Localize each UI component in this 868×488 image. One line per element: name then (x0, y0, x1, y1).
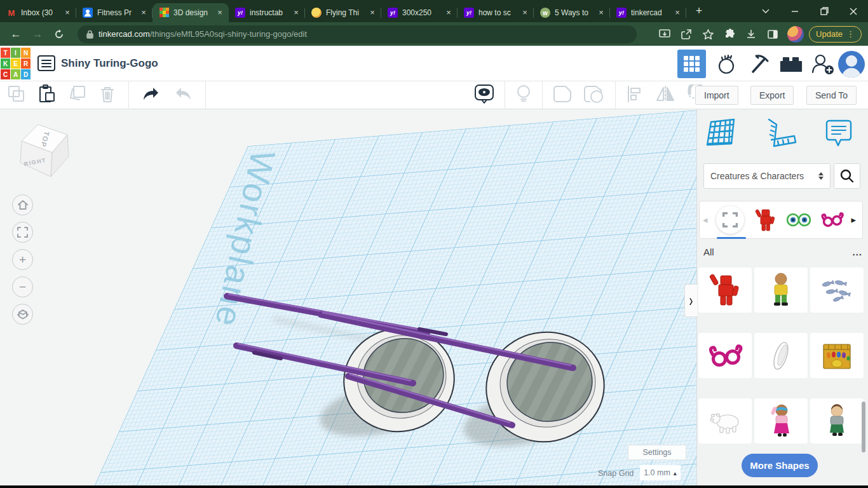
more-shapes-button[interactable]: More Shapes (742, 454, 818, 477)
fit-view-button[interactable] (12, 222, 33, 243)
shape-card-kid[interactable] (754, 268, 808, 313)
close-window-button[interactable] (839, 0, 868, 22)
search-shapes-button[interactable] (834, 163, 860, 189)
send-to-button[interactable]: Send To (806, 86, 857, 105)
yahoo-icon: y! (464, 8, 474, 18)
shape-card-polar-bear[interactable] (698, 398, 752, 444)
share-icon[interactable] (677, 25, 696, 44)
home-view-button[interactable] (12, 194, 33, 215)
tab-instructables[interactable]: y! instructab × (229, 3, 305, 22)
new-tab-button[interactable]: + (690, 3, 708, 20)
yahoo-icon: y! (616, 8, 627, 18)
side-panel-icon[interactable] (763, 25, 782, 44)
more-options-icon[interactable]: ... (852, 247, 862, 257)
ruler-tool-icon[interactable] (764, 118, 797, 152)
mirror-flip-icon[interactable] (655, 85, 675, 105)
carousel-left-chevron-icon[interactable]: ◂ (700, 214, 711, 226)
duplicate-icon[interactable] (69, 85, 86, 105)
perspective-toggle-button[interactable] (12, 304, 33, 325)
bookmark-star-icon[interactable] (698, 25, 717, 44)
tab-close-icon[interactable]: × (444, 8, 454, 18)
settings-button[interactable]: Settings (628, 445, 686, 460)
tab-close-icon[interactable]: × (367, 8, 377, 18)
tab-close-icon[interactable]: × (139, 8, 149, 18)
reload-icon[interactable] (50, 25, 69, 44)
download-icon[interactable] (742, 25, 761, 44)
select-all-brackets-icon (722, 212, 738, 227)
import-button[interactable]: Import (695, 86, 738, 105)
extensions-puzzle-icon[interactable] (720, 25, 739, 44)
carousel-active-underline (717, 237, 746, 239)
tab-close-icon[interactable]: × (215, 8, 225, 18)
snap-grid-dropdown[interactable]: 1.0 mm ▴ (640, 465, 681, 480)
tinkercad-profile-avatar[interactable] (838, 51, 865, 78)
carousel-item-eyes[interactable] (787, 207, 811, 233)
back-icon[interactable]: ← (6, 25, 25, 44)
minecraft-pickaxe-icon[interactable] (745, 50, 773, 78)
ungroup-icon[interactable] (583, 85, 605, 106)
restore-button[interactable] (810, 0, 839, 22)
shape-card-treasure-chest[interactable] (810, 333, 864, 378)
url-bar[interactable]: tinkercad.com/things/eMfL95A0sqi-shiny-t… (78, 25, 637, 43)
minimize-button[interactable] (780, 0, 810, 22)
export-button[interactable]: Export (750, 86, 794, 105)
panel-collapse-handle[interactable]: › (684, 284, 697, 317)
shape-card-boy[interactable] (810, 398, 864, 444)
tinkercad-icon (159, 8, 169, 18)
tab-flying[interactable]: Flying Thi × (305, 3, 381, 22)
design-menu-icon[interactable] (37, 55, 55, 71)
carousel-item-red-robot[interactable] (754, 207, 778, 233)
shape-card-girl[interactable] (754, 398, 808, 444)
tab-5-ways[interactable]: w 5 Ways to × (534, 3, 610, 22)
shape-carousel: ◂ ▸ (699, 201, 863, 239)
tab-close-icon[interactable]: × (672, 8, 682, 18)
shape-card-red-robot[interactable] (698, 268, 752, 313)
redo-icon[interactable] (173, 86, 193, 104)
forward-icon[interactable]: → (28, 25, 47, 44)
add-collaborator-icon[interactable] (808, 50, 837, 78)
panel-scrollbar[interactable] (862, 402, 865, 452)
show-all-icon[interactable] (474, 84, 494, 107)
tinkercad-logo[interactable]: T I N K E R C A D (0, 47, 31, 80)
view-cube[interactable]: TOP RIGHT (14, 122, 72, 182)
install-app-icon[interactable] (655, 25, 674, 44)
shapes-view-button[interactable] (677, 50, 706, 78)
copy-icon[interactable] (8, 85, 25, 105)
tab-inbox[interactable]: M Inbox (30 × (0, 3, 76, 22)
group-icon[interactable] (553, 85, 573, 106)
zoom-out-button[interactable]: − (12, 276, 33, 297)
shape-card-magenta-glasses[interactable] (698, 333, 752, 378)
browser-profile-avatar[interactable] (787, 26, 804, 43)
carousel-select-all-item[interactable] (716, 206, 744, 234)
zoom-in-button[interactable]: + (12, 249, 33, 270)
shape-card-white-ring[interactable] (754, 333, 808, 378)
workplane-tool-icon[interactable] (705, 118, 736, 151)
transparency-bulb-icon[interactable] (515, 84, 532, 107)
tabs-chevron-down-icon[interactable] (751, 0, 780, 22)
tab-close-icon[interactable]: × (291, 8, 301, 18)
kebab-menu-icon[interactable]: ⋮ (846, 29, 855, 39)
tab-3d-design-active[interactable]: 3D design × (153, 3, 229, 22)
category-dropdown[interactable]: Creatures & Characters (703, 163, 831, 189)
tab-how-to[interactable]: y! how to sc × (458, 3, 534, 22)
lego-brick-icon[interactable] (776, 50, 805, 78)
paste-icon[interactable] (38, 85, 56, 106)
carousel-right-chevron-icon[interactable]: ▸ (848, 214, 860, 226)
delete-icon[interactable] (99, 85, 116, 105)
update-button[interactable]: Update⋮ (809, 26, 862, 43)
design-title[interactable]: Shiny Turing-Gogo (61, 57, 158, 70)
yahoo-icon: y! (388, 8, 398, 18)
tab-close-icon[interactable]: × (520, 8, 530, 18)
undo-icon[interactable] (142, 86, 161, 104)
tab-tinkercad-search[interactable]: y! tinkercad × (610, 3, 686, 22)
viewport-3d[interactable]: Workplane (0, 109, 697, 488)
notes-tool-icon[interactable] (824, 118, 853, 151)
tab-close-icon[interactable]: × (62, 8, 72, 18)
carousel-item-glasses[interactable] (820, 207, 844, 233)
tab-300x250[interactable]: y! 300x250 × (381, 3, 458, 22)
align-icon[interactable] (626, 85, 645, 105)
sim-lab-icon[interactable] (712, 50, 741, 78)
tab-close-icon[interactable]: × (596, 8, 606, 18)
tab-fitness[interactable]: Fitness Pr × (76, 3, 153, 22)
shape-card-fish-school[interactable] (810, 268, 864, 313)
